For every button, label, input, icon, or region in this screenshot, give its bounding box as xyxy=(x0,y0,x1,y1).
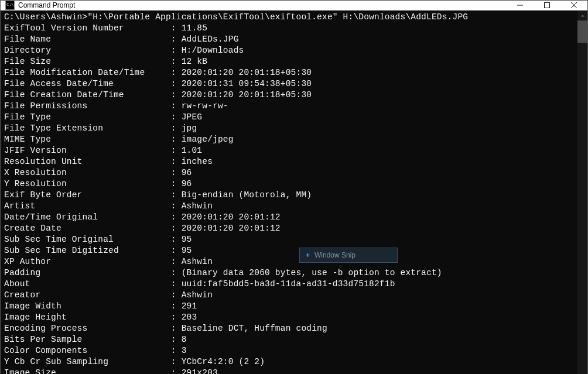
svg-rect-1 xyxy=(545,3,550,8)
maximize-button[interactable] xyxy=(534,1,560,10)
titlebar[interactable]: Command Prompt xyxy=(1,1,587,11)
scroll-up-button[interactable] xyxy=(577,11,587,20)
console-output[interactable]: C:\Users\Ashwin>"H:\Portable Application… xyxy=(1,11,577,374)
scroll-thumb[interactable] xyxy=(577,20,587,43)
command-prompt-window: Command Prompt C:\Users\Ashwin>"H:\Porta… xyxy=(0,0,588,374)
close-icon xyxy=(571,2,577,8)
scrollbar[interactable] xyxy=(577,11,587,374)
maximize-icon xyxy=(544,2,550,8)
close-button[interactable] xyxy=(560,1,587,10)
plus-icon: + xyxy=(306,251,310,259)
chevron-up-icon xyxy=(580,13,585,18)
window-title: Command Prompt xyxy=(18,1,507,9)
minimize-icon xyxy=(517,2,523,8)
minimize-button[interactable] xyxy=(507,1,534,10)
console-area: C:\Users\Ashwin>"H:\Portable Application… xyxy=(1,11,587,374)
cmd-icon xyxy=(5,1,15,10)
snip-label: Window Snip xyxy=(314,251,355,259)
window-controls xyxy=(507,1,587,10)
snip-tool-overlay[interactable]: + Window Snip xyxy=(299,248,398,263)
